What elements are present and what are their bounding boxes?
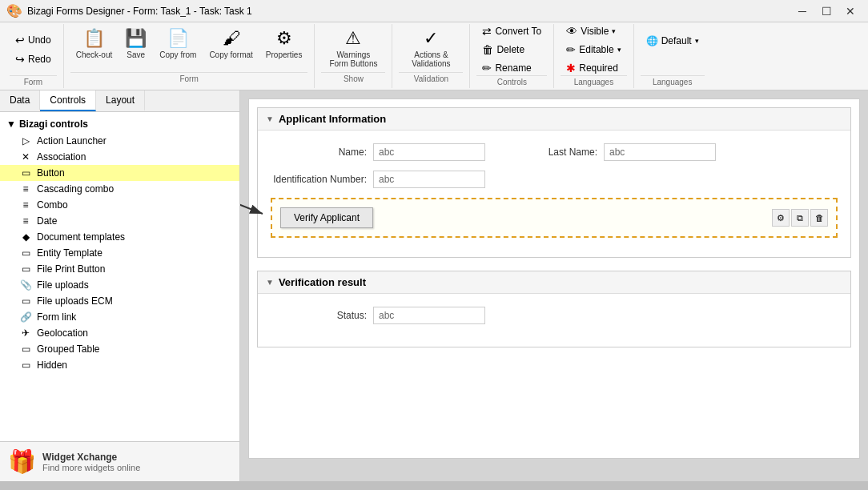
control-file-uploads[interactable]: 📎 File uploads: [0, 277, 239, 293]
rename-button[interactable]: ✏ Rename: [476, 59, 547, 77]
cascading-combo-icon: ≡: [19, 183, 32, 195]
copy-from-button[interactable]: 📄 Copy from: [154, 26, 202, 70]
copy-icon-button[interactable]: ⧉: [791, 209, 809, 227]
geolocation-icon: ✈: [19, 327, 32, 339]
undo-button[interactable]: ↩ Undo: [10, 31, 57, 49]
status-field: Status:: [271, 307, 485, 324]
tab-controls[interactable]: Controls: [40, 90, 96, 111]
copy-format-icon: 🖌: [223, 28, 240, 49]
button-area-icons: ⚙ ⧉ 🗑: [772, 209, 828, 227]
control-association[interactable]: ✕ Association: [0, 149, 239, 165]
section-title-verification: Verification result: [279, 276, 366, 288]
show-group: ⚠ WarningsForm Buttons Show: [315, 24, 392, 88]
maximize-button[interactable]: ☐: [815, 3, 838, 19]
default-group: 🌐 Default ▾ Languages: [634, 24, 711, 88]
settings-icon-button[interactable]: ⚙: [772, 209, 790, 227]
save-button[interactable]: 💾 Save: [119, 26, 152, 70]
checkout-icon: 📋: [83, 28, 105, 49]
combo-icon: ≡: [19, 199, 32, 211]
control-geolocation[interactable]: ✈ Geolocation: [0, 325, 239, 341]
delete-button[interactable]: 🗑 Delete: [476, 41, 547, 58]
actions-icon: ✓: [424, 28, 438, 49]
name-field: Name:: [271, 143, 485, 161]
control-action-launcher[interactable]: ▷ Action Launcher: [0, 133, 239, 149]
control-hidden[interactable]: ▭ Hidden: [0, 357, 239, 373]
document-templates-icon: ◆: [19, 231, 32, 243]
widget-xchange-icon: 🎁: [8, 448, 36, 475]
copy-from-icon: 📄: [167, 28, 189, 49]
convert-icon: ⇄: [482, 25, 492, 38]
status-input[interactable]: [373, 307, 485, 324]
control-file-print-button[interactable]: ▭ File Print Button: [0, 261, 239, 277]
copy-format-button[interactable]: 🖌 Copy format: [203, 26, 258, 70]
right-content: ▼ Applicant Information Name: Last Name:: [240, 90, 868, 481]
redo-button[interactable]: ↪ Redo: [10, 50, 57, 68]
control-combo[interactable]: ≡ Combo: [0, 197, 239, 213]
rename-icon: ✏: [482, 62, 492, 74]
tab-data[interactable]: Data: [0, 90, 40, 111]
properties-button[interactable]: ⚙ Properties: [260, 26, 308, 70]
name-input[interactable]: [373, 143, 485, 161]
control-cascading-combo[interactable]: ≡ Cascading combo: [0, 181, 239, 197]
control-button[interactable]: ▭ Button: [0, 165, 239, 181]
delete-icon-button[interactable]: 🗑: [810, 209, 828, 227]
action-launcher-icon: ▷: [19, 135, 32, 147]
verification-result-section: ▼ Verification result Status:: [257, 271, 851, 347]
validation-group: ✓ Actions &Validations Validation: [392, 24, 470, 88]
editable-button[interactable]: ✏ Editable ▾: [561, 41, 626, 58]
hidden-icon: ▭: [19, 359, 32, 371]
button-icon: ▭: [19, 167, 32, 179]
required-icon: ✱: [566, 62, 576, 74]
widget-xchange[interactable]: 🎁 Widget Xchange Find more widgets onlin…: [0, 441, 239, 481]
lastname-field: Last Name:: [501, 143, 716, 161]
app-icon: 🎨: [6, 3, 22, 18]
close-button[interactable]: ✕: [839, 3, 862, 19]
panel-tabs: Data Controls Layout: [0, 90, 239, 112]
applicant-info-section: ▼ Applicant Information Name: Last Name:: [257, 107, 851, 258]
control-grouped-table[interactable]: ▭ Grouped Table: [0, 341, 239, 357]
window-title: Bizagi Forms Designer - Form: Task_1 - T…: [27, 6, 252, 17]
widget-xchange-title: Widget Xchange: [42, 452, 140, 463]
checkout-button[interactable]: 📋 Check-out: [70, 26, 119, 70]
status-row: Status:: [271, 307, 838, 324]
warnings-icon: ⚠: [345, 28, 361, 49]
convert-to-button[interactable]: ⇄ Convert To: [476, 22, 547, 40]
control-form-link[interactable]: 🔗 Form link: [0, 309, 239, 325]
form-tools-group: 📋 Check-out 💾 Save 📄 Copy from 🖌 Copy fo…: [64, 24, 315, 88]
id-number-label: Identification Number:: [271, 174, 367, 185]
warnings-formbtn-button[interactable]: ⚠ WarningsForm Buttons: [321, 26, 385, 70]
id-number-field: Identification Number:: [271, 171, 485, 188]
name-label: Name:: [271, 147, 367, 158]
languages-group: 👁 Visible ▾ ✏ Editable ▾ ✱ Required Lang…: [554, 24, 633, 88]
status-label: Status:: [271, 310, 367, 321]
toolbar: ↩ Undo ↪ Redo Form 📋 Check-out 💾 Save 📄 …: [0, 22, 868, 90]
controls-group-toolbar: ⇄ Convert To 🗑 Delete ✏ Rename Controls: [470, 24, 554, 88]
bizagi-controls-header[interactable]: ▼ Bizagi controls: [0, 115, 239, 133]
delete-icon: 🗑: [482, 43, 493, 56]
tab-layout[interactable]: Layout: [96, 90, 145, 111]
control-entity-template[interactable]: ▭ Entity Template: [0, 245, 239, 261]
control-document-templates[interactable]: ◆ Document templates: [0, 229, 239, 245]
expand-icon: ▼: [6, 118, 16, 130]
left-panel: Data Controls Layout ▼ Bizagi controls ▷…: [0, 90, 240, 481]
default-button[interactable]: 🌐 Default ▾: [641, 32, 705, 50]
section-toggle-verification[interactable]: ▼: [266, 278, 274, 287]
save-icon: 💾: [125, 28, 147, 49]
main-layout: Data Controls Layout ▼ Bizagi controls ▷…: [0, 90, 868, 481]
widget-xchange-subtitle: Find more widgets online: [42, 463, 140, 472]
redo-icon: ↪: [15, 53, 25, 66]
undo-redo-group: ↩ Undo ↪ Redo Form: [3, 24, 64, 88]
lastname-input[interactable]: [604, 143, 716, 161]
section-toggle-applicant[interactable]: ▼: [266, 114, 274, 123]
undo-icon: ↩: [15, 34, 25, 46]
section-title-applicant: Applicant Information: [279, 113, 386, 125]
verify-applicant-button[interactable]: Verify Applicant: [280, 207, 373, 228]
minimize-button[interactable]: ─: [791, 3, 814, 19]
visible-button[interactable]: 👁 Visible ▾: [561, 22, 626, 40]
actions-validations-button[interactable]: ✓ Actions &Validations: [399, 26, 463, 70]
required-button[interactable]: ✱ Required: [561, 59, 626, 77]
control-date[interactable]: ≡ Date: [0, 213, 239, 229]
id-number-input[interactable]: [373, 171, 485, 188]
entity-template-icon: ▭: [19, 247, 32, 259]
control-file-uploads-ecm[interactable]: ▭ File uploads ECM: [0, 293, 239, 309]
